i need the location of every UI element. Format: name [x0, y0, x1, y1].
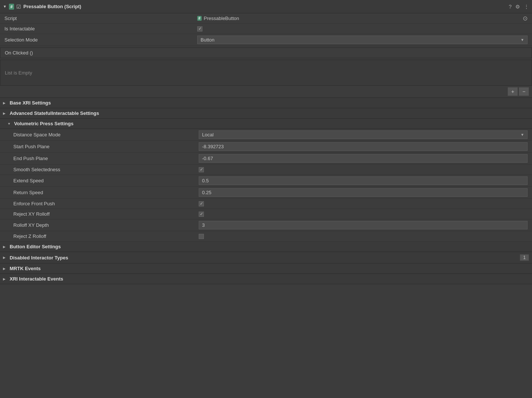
enforce-front-push-value	[199, 201, 528, 206]
reject-xy-rolloff-row: Reject XY Rolloff	[0, 209, 532, 219]
rolloff-xy-depth-input[interactable]	[199, 221, 528, 229]
is-interactable-row: Is Interactable	[0, 24, 532, 34]
enabled-checkbox[interactable]: ☑	[16, 4, 21, 10]
advanced-stateful-section-header[interactable]: ▶ Advanced StatefulInteractable Settings	[0, 108, 532, 119]
dropdown-arrow-icon: ▼	[521, 38, 524, 42]
selection-mode-label: Selection Mode	[4, 37, 197, 43]
distance-space-mode-dropdown[interactable]: Local ▼	[199, 130, 528, 139]
script-row: Script # PressableButton ⊙	[0, 13, 532, 24]
xri-events-title: XRI Interactable Events	[10, 276, 63, 282]
smooth-selectedness-value	[199, 167, 528, 172]
start-push-plane-input[interactable]	[199, 142, 528, 151]
disabled-interactor-title: Disabled Interactor Types	[10, 255, 68, 261]
rolloff-xy-depth-label: Rolloff XY Depth	[13, 222, 199, 228]
start-push-plane-row: Start Push Plane	[0, 141, 532, 153]
extend-speed-input[interactable]	[199, 176, 528, 185]
script-icon: #	[9, 4, 14, 10]
reject-z-rolloff-value	[199, 234, 528, 239]
volumetric-press-section-header[interactable]: ▼ Volumetric Press Settings	[0, 119, 532, 129]
base-xri-arrow-icon: ▶	[3, 101, 7, 105]
header-actions: ? ⚙ ⋮	[509, 4, 529, 10]
enforce-front-push-row: Enforce Front Push	[0, 199, 532, 209]
list-empty-text: List is Empty	[5, 70, 32, 76]
button-editor-arrow-icon: ▶	[3, 245, 7, 249]
disabled-interactor-section-header[interactable]: ▶ Disabled Interactor Types 1	[0, 252, 532, 263]
selection-mode-selected: Button	[201, 37, 215, 43]
xri-events-section-header[interactable]: ▶ XRI Interactable Events	[0, 274, 532, 284]
smooth-selectedness-row: Smooth Selectedness	[0, 165, 532, 175]
advanced-stateful-arrow-icon: ▶	[3, 112, 7, 115]
start-push-plane-label: Start Push Plane	[13, 144, 199, 149]
volumetric-press-arrow-icon: ▼	[7, 122, 12, 126]
help-icon[interactable]: ?	[509, 4, 512, 10]
reject-z-rolloff-checkbox[interactable]	[199, 234, 204, 239]
end-push-plane-value	[199, 154, 528, 163]
reject-xy-rolloff-value	[199, 212, 528, 217]
distance-space-mode-selected: Local	[202, 132, 214, 137]
script-value: # PressableButton ⊙	[197, 15, 528, 22]
collapse-arrow-icon[interactable]: ▼	[3, 4, 7, 9]
on-clicked-label: On Clicked ()	[5, 50, 33, 56]
reject-xy-rolloff-checkbox[interactable]	[199, 212, 204, 217]
enforce-front-push-label: Enforce Front Push	[13, 201, 199, 206]
is-interactable-label: Is Interactable	[4, 26, 197, 31]
component-header: ▼ # ☑ Pressable Button (Script) ? ⚙ ⋮	[0, 0, 532, 13]
enforce-front-push-checkbox[interactable]	[199, 201, 204, 206]
end-push-plane-input[interactable]	[199, 154, 528, 163]
is-interactable-checkbox-container	[197, 26, 528, 31]
return-speed-value	[199, 188, 528, 197]
button-editor-title: Button Editor Settings	[10, 244, 61, 249]
base-xri-title: Base XRI Settings	[10, 100, 51, 106]
reject-z-rolloff-row: Reject Z Rolloff	[0, 231, 532, 242]
list-empty-area: List is Empty	[0, 60, 532, 86]
extend-speed-row: Extend Speed	[0, 175, 532, 187]
on-clicked-header: On Clicked ()	[0, 47, 532, 58]
component-title: Pressable Button (Script)	[23, 4, 506, 9]
button-editor-section-header[interactable]: ▶ Button Editor Settings	[0, 242, 532, 252]
rolloff-xy-depth-row: Rolloff XY Depth	[0, 219, 532, 231]
volumetric-press-title: Volumetric Press Settings	[14, 121, 73, 126]
distance-space-mode-label: Distance Space Mode	[13, 132, 199, 137]
return-speed-label: Return Speed	[13, 190, 199, 195]
return-speed-row: Return Speed	[0, 187, 532, 199]
selection-mode-row: Selection Mode Button ▼	[0, 34, 532, 46]
xri-events-arrow-icon: ▶	[3, 277, 7, 281]
disabled-interactor-arrow-icon: ▶	[3, 256, 7, 259]
remove-event-button[interactable]: −	[519, 87, 529, 96]
smooth-selectedness-checkbox[interactable]	[199, 167, 204, 172]
smooth-selectedness-label: Smooth Selectedness	[13, 167, 199, 172]
plus-minus-row: + −	[0, 86, 532, 98]
rolloff-xy-depth-value	[199, 221, 528, 229]
script-label: Script	[4, 16, 197, 21]
start-push-plane-value	[199, 142, 528, 151]
mrtk-events-section-header[interactable]: ▶ MRTK Events	[0, 263, 532, 274]
is-interactable-checkbox[interactable]	[197, 26, 202, 31]
disabled-interactor-badge: 1	[520, 254, 529, 261]
distance-space-mode-value: Local ▼	[199, 130, 528, 139]
return-speed-input[interactable]	[199, 188, 528, 197]
extend-speed-label: Extend Speed	[13, 178, 199, 183]
add-event-button[interactable]: +	[508, 87, 518, 96]
distance-space-mode-row: Distance Space Mode Local ▼	[0, 129, 532, 141]
end-push-plane-label: End Push Plane	[13, 156, 199, 161]
selection-mode-dropdown[interactable]: Button ▼	[197, 36, 528, 44]
mrtk-events-arrow-icon: ▶	[3, 267, 7, 271]
script-picker-button[interactable]: ⊙	[523, 15, 528, 22]
selection-mode-value: Button ▼	[197, 36, 528, 44]
reject-xy-rolloff-label: Reject XY Rolloff	[13, 211, 199, 217]
mrtk-events-title: MRTK Events	[10, 266, 41, 271]
reject-z-rolloff-label: Reject Z Rolloff	[13, 233, 199, 239]
distance-space-dropdown-arrow-icon: ▼	[521, 133, 524, 137]
base-xri-section-header[interactable]: ▶ Base XRI Settings	[0, 98, 532, 108]
advanced-stateful-title: Advanced StatefulInteractable Settings	[10, 110, 99, 116]
is-interactable-value	[197, 26, 528, 31]
more-icon[interactable]: ⋮	[524, 4, 529, 10]
script-name: PressableButton	[204, 16, 239, 21]
end-push-plane-row: End Push Plane	[0, 153, 532, 165]
extend-speed-value	[199, 176, 528, 185]
presets-icon[interactable]: ⚙	[515, 4, 520, 10]
script-hash-icon: #	[197, 16, 202, 21]
